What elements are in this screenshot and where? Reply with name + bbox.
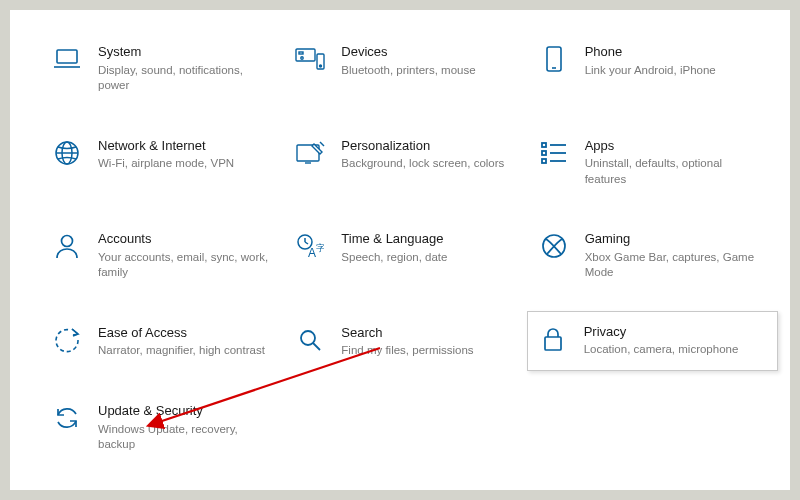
category-system[interactable]: System Display, sound, notifications, po… [50,40,283,98]
category-desc: Bluetooth, printers, mouse [341,63,516,79]
category-title: System [98,44,273,60]
category-ease-of-access[interactable]: Ease of Access Narrator, magnifier, high… [50,321,283,363]
svg-line-14 [320,142,324,146]
svg-rect-30 [545,337,561,350]
svg-rect-19 [542,159,546,163]
svg-point-6 [320,65,322,67]
settings-category-grid: System Display, sound, notifications, po… [50,40,770,457]
category-title: Network & Internet [98,138,273,154]
category-personalization[interactable]: Personalization Background, lock screen,… [293,134,526,192]
category-title: Update & Security [98,403,273,419]
svg-line-29 [313,343,320,350]
category-desc: Your accounts, email, sync, work, family [98,250,273,281]
category-title: Search [341,325,516,341]
category-phone[interactable]: Phone Link your Android, iPhone [537,40,770,98]
svg-point-4 [301,57,303,59]
update-icon [52,403,82,433]
phone-icon [539,44,569,74]
svg-rect-0 [57,50,77,63]
category-update-security[interactable]: Update & Security Windows Update, recove… [50,399,283,457]
category-accounts[interactable]: Accounts Your accounts, email, sync, wor… [50,227,283,285]
category-privacy[interactable]: Privacy Location, camera, microphone [527,311,778,371]
category-desc: Narrator, magnifier, high contrast [98,343,273,359]
category-time-language[interactable]: A 字 Time & Language Speech, region, date [293,227,526,285]
category-desc: Xbox Game Bar, captures, Game Mode [585,250,760,281]
lock-icon [538,324,568,354]
search-icon [295,325,325,355]
svg-point-28 [301,331,315,345]
category-devices[interactable]: Devices Bluetooth, printers, mouse [293,40,526,98]
category-title: Phone [585,44,760,60]
category-title: Devices [341,44,516,60]
category-desc: Wi-Fi, airplane mode, VPN [98,156,273,172]
person-icon [52,231,82,261]
category-desc: Speech, region, date [341,250,516,266]
category-desc: Background, lock screen, colors [341,156,516,172]
xbox-icon [539,231,569,261]
category-apps[interactable]: Apps Uninstall, defaults, optional featu… [537,134,770,192]
category-desc: Find my files, permissions [341,343,516,359]
ease-of-access-icon [52,325,82,355]
svg-text:A: A [308,246,316,259]
category-title: Time & Language [341,231,516,247]
apps-icon [539,138,569,168]
svg-point-21 [62,236,73,247]
category-title: Gaming [585,231,760,247]
svg-rect-3 [299,52,303,54]
svg-rect-15 [542,143,546,147]
globe-icon [52,138,82,168]
devices-icon [295,44,325,74]
category-gaming[interactable]: Gaming Xbox Game Bar, captures, Game Mod… [537,227,770,285]
category-search[interactable]: Search Find my files, permissions [293,321,526,363]
personalization-icon [295,138,325,168]
category-network[interactable]: Network & Internet Wi-Fi, airplane mode,… [50,134,283,192]
category-title: Accounts [98,231,273,247]
svg-rect-17 [542,151,546,155]
category-desc: Uninstall, defaults, optional features [585,156,760,187]
svg-line-24 [305,242,308,244]
category-title: Apps [585,138,760,154]
time-language-icon: A 字 [295,231,325,261]
category-title: Personalization [341,138,516,154]
svg-rect-2 [296,49,315,61]
category-title: Privacy [584,324,759,340]
settings-home-panel: System Display, sound, notifications, po… [10,10,790,490]
laptop-icon [52,44,82,74]
category-desc: Link your Android, iPhone [585,63,760,79]
category-title: Ease of Access [98,325,273,341]
svg-text:字: 字 [316,243,324,253]
category-desc: Location, camera, microphone [584,342,759,358]
category-desc: Windows Update, recovery, backup [98,422,273,453]
category-desc: Display, sound, notifications, power [98,63,273,94]
